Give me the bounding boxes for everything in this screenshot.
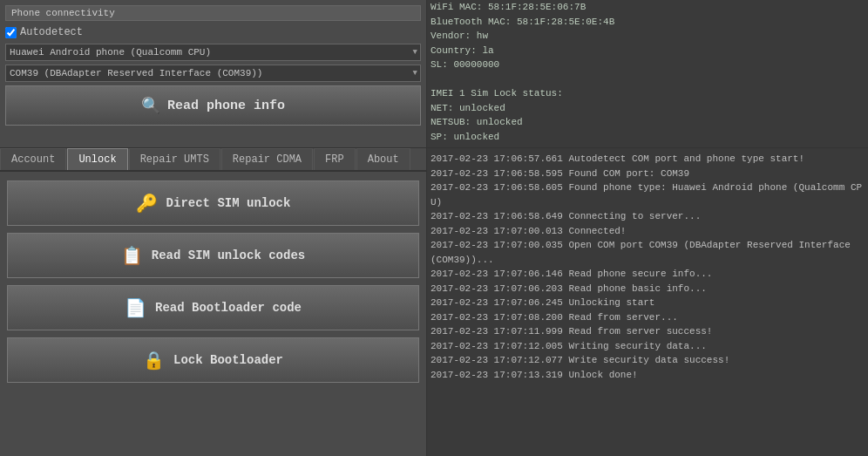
read-phone-label: Read phone info: [167, 99, 285, 113]
read-sim-icon: 📋: [121, 245, 143, 267]
tabs-row: Account Unlock Repair UMTS Repair CDMA F…: [0, 148, 426, 172]
bottom-section: Account Unlock Repair UMTS Repair CDMA F…: [0, 148, 868, 456]
autodetect-checkbox[interactable]: [5, 27, 17, 38]
tab-unlock[interactable]: Unlock: [67, 148, 127, 170]
left-panel: Phone connectivity Autodetect Huawei And…: [0, 0, 427, 147]
autodetect-row: Autodetect: [5, 24, 421, 40]
lock-bootloader-button[interactable]: 🔒 Lock Bootloader: [7, 337, 419, 383]
read-sim-label: Read SIM unlock codes: [152, 248, 305, 262]
tab-repair-cdma[interactable]: Repair CDMA: [221, 148, 313, 170]
direct-sim-unlock-label: Direct SIM unlock: [166, 196, 291, 210]
tab-repair-umts[interactable]: Repair UMTS: [129, 148, 220, 170]
top-section: Phone connectivity Autodetect Huawei And…: [0, 0, 868, 148]
autodetect-label: Autodetect: [20, 26, 83, 38]
read-bootloader-button[interactable]: 📄 Read Bootloader code: [7, 285, 419, 330]
lock-bootloader-icon: 🔒: [143, 350, 165, 371]
com-port-dropdown[interactable]: COM39 (DBAdapter Reserved Interface (COM…: [5, 65, 421, 82]
bottom-log-text: 2017-02-23 17:06:57.661 Autodetect COM p…: [431, 152, 865, 382]
com-port-wrapper: COM39 (DBAdapter Reserved Interface (COM…: [5, 65, 421, 82]
direct-sim-unlock-icon: 🔑: [136, 193, 158, 214]
phone-model-wrapper: Huawei Android phone (Qualcomm CPU): [5, 44, 421, 61]
read-phone-button[interactable]: 🔍 Read phone info: [5, 85, 421, 126]
bottom-left-panel: Account Unlock Repair UMTS Repair CDMA F…: [0, 148, 427, 456]
read-bootloader-label: Read Bootloader code: [155, 301, 302, 315]
tab-about[interactable]: About: [356, 148, 410, 170]
read-phone-icon: 🔍: [141, 96, 160, 115]
connectivity-title: Phone connectivity: [5, 5, 421, 21]
app-container: Phone connectivity Autodetect Huawei And…: [0, 0, 868, 456]
tab-account[interactable]: Account: [0, 148, 66, 170]
read-bootloader-icon: 📄: [125, 297, 146, 319]
tab-frp[interactable]: FRP: [314, 148, 356, 170]
phone-model-dropdown[interactable]: Huawei Android phone (Qualcomm CPU): [5, 44, 421, 61]
top-log-panel: 2017-02-23 17:03:51.345 Open COM port CO…: [427, 0, 868, 147]
lock-bootloader-label: Lock Bootloader: [173, 353, 283, 367]
direct-sim-unlock-button[interactable]: 🔑 Direct SIM unlock: [7, 180, 419, 226]
read-sim-unlock-codes-button[interactable]: 📋 Read SIM unlock codes: [7, 233, 419, 278]
bottom-log-panel: 2017-02-23 17:06:57.661 Autodetect COM p…: [427, 148, 868, 456]
unlock-tab-content: 🔑 Direct SIM unlock 📋 Read SIM unlock co…: [0, 172, 426, 456]
phone-info-text: Model: HUAWEIG7-L03 IMEI: 86558402793333…: [431, 0, 865, 144]
